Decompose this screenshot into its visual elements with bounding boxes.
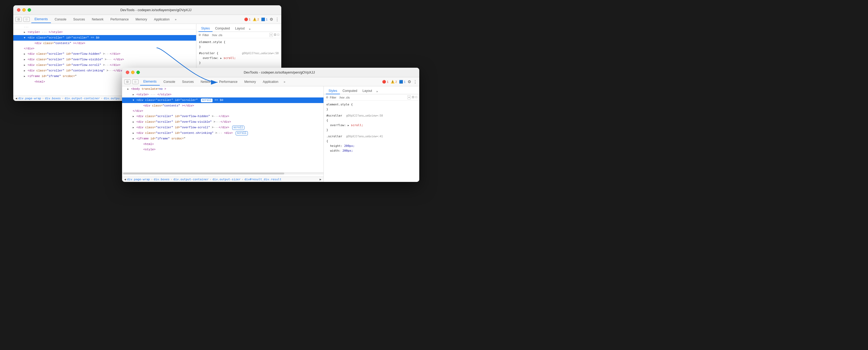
triangle-icon: ▶ <box>24 31 25 34</box>
scroll-badge-main: scroll <box>200 98 213 103</box>
dom-line-style-1[interactable]: ▶ <style> ··· </style> <box>13 29 196 35</box>
dom-line-content-shrinking-2[interactable]: ▶ <div class="scroller" id="content-shri… <box>122 130 323 136</box>
box-button-2[interactable]: ⊡ <box>412 95 414 99</box>
styles-tab-computed-2[interactable]: Computed <box>340 88 360 94</box>
dom-line-close-2[interactable]: </div> <box>122 108 323 114</box>
css-scroller-open-2: { <box>327 118 416 123</box>
dom-line-overflow-scroll-2[interactable]: ▶ <div class="scroller" id="overflow-scr… <box>122 125 323 130</box>
filter-controls-2: + ⊡ □ <box>407 95 417 99</box>
device-icon[interactable]: □ <box>23 17 30 22</box>
tab-performance-1[interactable]: Performance <box>107 16 132 23</box>
dom-line-style-2[interactable]: ▶ <style> ··· </style> <box>122 92 323 97</box>
devtools-window-2: DevTools - codepen.io/sofiayem/pen/gOVpX… <box>122 68 419 182</box>
minimize-button-1[interactable] <box>22 8 26 12</box>
horizontal-scrollbar[interactable] <box>122 172 323 174</box>
dom-line-iframe-2[interactable]: ▶ <iframe id="iframe" srcdoc=" <box>122 136 323 142</box>
filter-input-1[interactable] <box>212 33 268 37</box>
inspect-icon[interactable]: ⊡ <box>16 17 22 22</box>
tab-more-1[interactable]: » <box>173 17 178 22</box>
breadcrumb-boxes-2[interactable]: div.boxes <box>154 178 169 181</box>
close-button-2[interactable] <box>126 70 129 74</box>
maximize-button-2[interactable] <box>136 70 140 74</box>
close-button-1[interactable] <box>17 8 21 12</box>
breadcrumb-output-container-2[interactable]: div.output-container <box>174 178 209 181</box>
dom-line-overflow-hidden-1[interactable]: ▶ <div class="scroller" id="overflow-hid… <box>13 51 196 57</box>
filter-icon-2: ⊘ <box>326 96 328 99</box>
styles-tab-more-1[interactable]: » <box>247 26 252 32</box>
tab-sources-2[interactable]: Sources <box>179 78 197 85</box>
maximize-button-1[interactable] <box>28 8 31 12</box>
dom-line-scroller-1[interactable]: ▼ <div class="scroller" id="scroller" ==… <box>13 35 196 40</box>
tab-elements-1[interactable]: Elements <box>31 16 51 23</box>
css-width-prop: width: 200px; <box>327 148 416 153</box>
filter-input-2[interactable] <box>339 96 405 99</box>
css-close-1: } <box>199 45 279 49</box>
dom-line-contents-1[interactable]: <div class="contents" ></div> <box>13 40 196 46</box>
error-badge-red-2: 🔴 1 <box>382 80 389 84</box>
breadcrumb-result[interactable]: div#result_div.result <box>244 178 281 181</box>
breadcrumb-2: ◀ div.page-wrap › div.boxes › div.output… <box>122 177 323 182</box>
tab-performance-2[interactable]: Performance <box>216 78 241 85</box>
tab-network-1[interactable]: Network <box>89 16 107 23</box>
tab-application-1[interactable]: Application <box>151 16 173 23</box>
tag-style-close: </style> <box>49 31 63 34</box>
dom-line-overflow-visible-2[interactable]: ▶ <div class="scroller" id="overflow-vis… <box>122 119 323 125</box>
error-badge-orange-2: ⚠️ 2 <box>391 80 397 84</box>
breadcrumb-output[interactable]: div.outpu... <box>104 97 125 100</box>
tab-console-2[interactable]: Console <box>160 78 178 85</box>
css-scroller-class-rule: .scroller gOVpXJJ?ano…ue&view=:41 <box>327 134 416 139</box>
dom-line-overflow-hidden-2[interactable]: ▶ <div class="scroller" id="overflow-hid… <box>122 114 323 119</box>
breadcrumb-page-wrap-2[interactable]: div.page-wrap <box>127 178 150 181</box>
tab-elements-2[interactable]: Elements <box>140 78 160 86</box>
dom-line-close-div-1[interactable]: </div> <box>13 46 196 51</box>
square-button-2[interactable]: □ <box>415 95 417 99</box>
tab-console-1[interactable]: Console <box>52 16 69 23</box>
dom-line-overflow-scroll-1[interactable]: ▶ <div class="scroller" id="overflow-scr… <box>13 62 196 68</box>
styles-content-1: element.style { } #scroller { gOVpXJJ?no… <box>196 38 281 67</box>
dot-button-1[interactable]: □ <box>277 33 279 37</box>
styles-tab-styles-1[interactable]: Styles <box>198 26 213 32</box>
dom-line-style2-2[interactable]: <style> <box>122 147 323 152</box>
more-vert-icon-2[interactable]: ⋮ <box>413 79 417 84</box>
breadcrumb-output-sizer[interactable]: div.output-sizer <box>213 178 241 181</box>
tab-sources-1[interactable]: Sources <box>70 16 88 23</box>
dom-panel-2: ▶ <body translate=no > ▶ <style> ··· </s… <box>122 86 324 182</box>
breadcrumb-boxes[interactable]: div.boxes <box>45 97 61 100</box>
tab-memory-1[interactable]: Memory <box>132 16 150 23</box>
gear-icon-2[interactable]: ⚙ <box>408 79 411 84</box>
dom-line-overflow-visible-1[interactable]: ▶ <div class="scroller" id="overflow-vis… <box>13 57 196 62</box>
styles-tab-computed-1[interactable]: Computed <box>213 26 232 32</box>
dom-line-scroller-2[interactable]: ▼ <div class="scroller" id="scroller" sc… <box>122 97 323 103</box>
more-vert-icon-1[interactable]: ⋮ <box>275 17 279 22</box>
tab-icons-2: 🔴 1 ⚠️ 2 🟦 1 ⚙ ⋮ <box>382 79 417 84</box>
styles-tab-more-2[interactable]: » <box>375 89 379 94</box>
error-badge-red-1: 🔴 1 <box>244 18 250 21</box>
tab-memory-2[interactable]: Memory <box>241 78 259 85</box>
tab-more-2[interactable]: » <box>282 79 287 84</box>
dom-line-body-2[interactable]: ▶ <body translate=no > <box>122 86 323 92</box>
tab-application-2[interactable]: Application <box>259 78 282 85</box>
device-icon-2[interactable]: □ <box>132 79 138 84</box>
dom-line-html-2[interactable]: <html> <box>122 142 323 147</box>
tab-network-2[interactable]: Network <box>197 78 215 85</box>
gear-icon-1[interactable]: ⚙ <box>270 17 273 22</box>
filter-label-1: Filter <box>203 33 209 37</box>
inspect-icon-2[interactable]: ⊡ <box>124 79 130 84</box>
window-title-1: DevTools - codepen.io/sofiayem/pen/gOVpX… <box>34 8 278 12</box>
breadcrumb-page-wrap[interactable]: div.page-wrap <box>18 97 41 100</box>
styles-content-2: element.style { } #scroller gOVpXJJ?ano…… <box>324 100 419 155</box>
css-close-scroller-1: } <box>199 61 279 65</box>
styles-tab-layout-1[interactable]: Layout <box>232 26 247 32</box>
styles-tab-layout-2[interactable]: Layout <box>360 88 375 94</box>
plus-button-2[interactable]: + <box>407 95 411 99</box>
css-close-2: } <box>327 107 416 112</box>
cls-button-1[interactable]: ⊡ <box>274 33 276 37</box>
minimize-button-2[interactable] <box>131 70 134 74</box>
css-element-style-1: element.style { <box>199 40 279 45</box>
css-element-style-2: element.style { <box>327 102 416 107</box>
breadcrumb-output-container[interactable]: div.output-container <box>65 97 100 100</box>
styles-tab-styles-2[interactable]: Styles <box>326 88 340 94</box>
css-close-scroller-2: } <box>327 128 416 133</box>
dom-line-contents-2[interactable]: <div class="contents" ></div> <box>122 103 323 108</box>
hov-button-1[interactable]: + <box>269 33 273 37</box>
